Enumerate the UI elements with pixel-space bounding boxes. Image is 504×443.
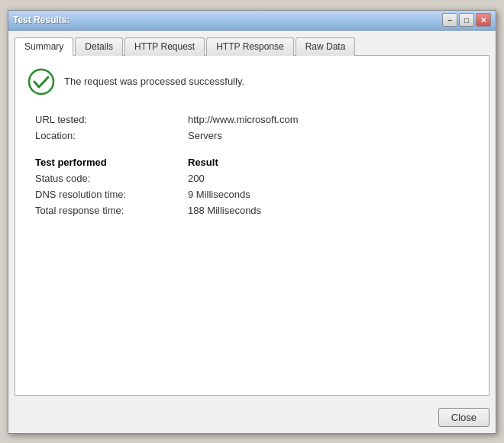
window-content: Summary Details HTTP Request HTTP Respon… xyxy=(8,31,496,402)
tab-summary[interactable]: Summary xyxy=(15,37,73,56)
location-value: Servers xyxy=(188,130,477,141)
tab-bar: Summary Details HTTP Request HTTP Respon… xyxy=(15,37,489,56)
main-window: Test Results: – □ ✕ Summary Details HTTP… xyxy=(8,10,496,434)
success-icon xyxy=(27,68,55,95)
footer: Close xyxy=(8,402,496,433)
test-header: Test performed xyxy=(35,157,188,168)
title-bar-controls: – □ ✕ xyxy=(442,13,491,27)
dns-value: 9 Milliseconds xyxy=(188,189,477,200)
close-button[interactable]: Close xyxy=(438,408,489,427)
success-message: The request was processed successfully. xyxy=(64,76,244,87)
title-close-icon: ✕ xyxy=(480,16,486,24)
title-bar: Test Results: – □ ✕ xyxy=(8,11,496,31)
tab-raw-data-label: Raw Data xyxy=(305,41,346,52)
maximize-icon: □ xyxy=(464,16,469,24)
tab-details[interactable]: Details xyxy=(75,37,123,56)
tab-details-label: Details xyxy=(85,41,113,52)
svg-point-0 xyxy=(29,70,53,94)
results-table: Test performed Result Status code: 200 D… xyxy=(27,157,477,216)
total-response-label: Total response time: xyxy=(35,205,188,216)
minimize-icon: – xyxy=(447,16,452,24)
success-row: The request was processed successfully. xyxy=(27,68,477,95)
info-section: URL tested: http://www.microsoft.com Loc… xyxy=(27,114,477,141)
maximize-button[interactable]: □ xyxy=(459,13,474,27)
tab-http-request[interactable]: HTTP Request xyxy=(124,37,205,56)
status-code-value: 200 xyxy=(188,173,477,184)
tab-http-response[interactable]: HTTP Response xyxy=(206,37,293,56)
tab-http-request-label: HTTP Request xyxy=(134,41,195,52)
total-response-value: 188 Milliseconds xyxy=(188,205,477,216)
tab-summary-label: Summary xyxy=(24,41,63,52)
window-title: Test Results: xyxy=(13,15,69,25)
url-value: http://www.microsoft.com xyxy=(188,114,477,125)
url-label: URL tested: xyxy=(35,114,188,125)
location-label: Location: xyxy=(35,130,188,141)
title-close-button[interactable]: ✕ xyxy=(476,13,491,27)
status-code-label: Status code: xyxy=(35,173,188,184)
tab-raw-data[interactable]: Raw Data xyxy=(296,37,356,56)
minimize-button[interactable]: – xyxy=(442,13,457,27)
tab-http-response-label: HTTP Response xyxy=(216,41,283,52)
result-header: Result xyxy=(188,157,477,168)
tab-content-summary: The request was processed successfully. … xyxy=(15,56,489,396)
dns-label: DNS resolution time: xyxy=(35,189,188,200)
